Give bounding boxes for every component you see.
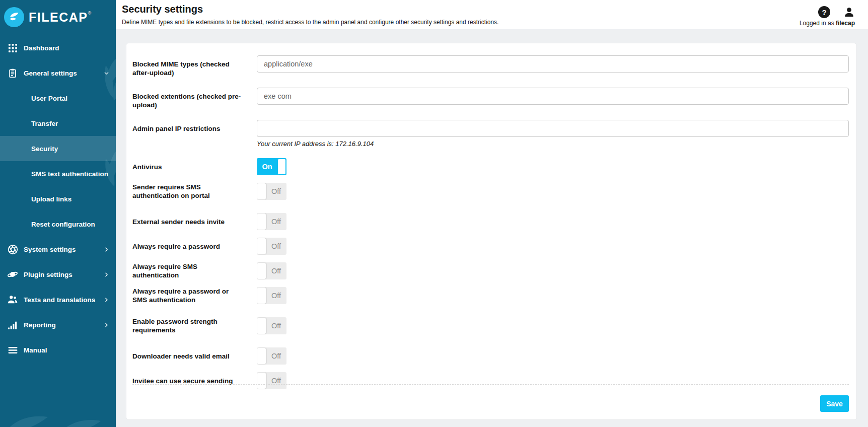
brand-wordmark: FILECAP®	[29, 11, 91, 24]
admin-ip-restrictions-label: Admin panel IP restrictions	[132, 120, 257, 133]
external-sender-needs-invite-label: External sender needs invite	[132, 218, 257, 226]
menu-icon	[7, 345, 19, 355]
sender-requires-sms-on-portal-toggle[interactable]: Off	[257, 183, 286, 200]
username: filecap	[836, 20, 855, 27]
toggle-state-label: Off	[266, 213, 286, 230]
logo[interactable]: FILECAP®	[0, 0, 116, 29]
password-strength-requirements-toggle[interactable]: Off	[257, 317, 286, 334]
logged-in-text: Logged in as filecap	[800, 20, 855, 27]
clipboard-icon	[7, 68, 19, 78]
sidebar-item-general-settings[interactable]: General settings	[0, 60, 116, 86]
toggle-knob	[257, 288, 266, 304]
header-user-area: ? Logged in as filecap	[800, 6, 855, 27]
toggle-state-label: Off	[266, 262, 286, 279]
blocked-extensions-input[interactable]	[257, 88, 849, 105]
always-require-password-or-sms-toggle[interactable]: Off	[257, 287, 286, 304]
chevron-right-icon	[103, 271, 110, 278]
blocked-mime-types-label: Blocked MIME types (checked after-upload…	[132, 55, 257, 77]
toggle-knob	[277, 159, 286, 175]
always-require-password-label: Always require a password	[132, 242, 257, 251]
form-row-always-require-sms: Always require SMS authenticationOff	[132, 262, 849, 279]
sidebar-item-label: Security	[31, 145, 58, 153]
antivirus-label: Antivirus	[132, 163, 257, 171]
sidebar-item-security[interactable]: Security	[0, 136, 116, 161]
antivirus-control: On	[257, 158, 849, 175]
downloader-needs-valid-email-toggle[interactable]: Off	[257, 347, 286, 365]
foliage-decoration	[0, 392, 116, 427]
users-icon	[7, 294, 19, 305]
sidebar-item-transfer[interactable]: Transfer	[0, 111, 116, 136]
always-require-sms-label: Always require SMS authentication	[132, 262, 257, 279]
sidebar-item-label: User Portal	[31, 95, 67, 102]
sidebar-item-texts-and-translations[interactable]: Texts and translations	[0, 287, 116, 312]
sidebar-item-dashboard[interactable]: Dashboard	[0, 35, 116, 60]
downloader-needs-valid-email-label: Downloader needs valid email	[132, 352, 257, 361]
sidebar: FILECAP® DashboardGeneral settingsUser P…	[0, 0, 116, 427]
admin-ip-restrictions-control: Your current IP address is: 172.16.9.104	[257, 120, 849, 148]
admin-ip-restrictions-hint: Your current IP address is: 172.16.9.104	[257, 140, 849, 148]
sidebar-item-system-settings[interactable]: System settings	[0, 237, 116, 262]
sidebar-item-plugin-settings[interactable]: Plugin settings	[0, 262, 116, 287]
sidebar-item-reporting[interactable]: Reporting	[0, 312, 116, 337]
sidebar-item-label: SMS text authentication	[31, 170, 108, 178]
page-subtitle: Define MIME types and file extensions to…	[122, 19, 868, 26]
toggle-state-label: Off	[266, 347, 286, 365]
toggle-state-label: Off	[266, 183, 286, 200]
toggle-knob	[257, 348, 266, 364]
sidebar-item-label: Manual	[24, 346, 110, 354]
admin-ip-restrictions-input[interactable]	[257, 120, 849, 137]
password-strength-requirements-control: Off	[257, 317, 849, 334]
always-require-sms-toggle[interactable]: Off	[257, 262, 286, 279]
sidebar-item-label: General settings	[24, 69, 103, 77]
invitee-can-use-secure-sending-label: Invitee can use secure sending	[132, 377, 257, 385]
sidebar-item-label: Transfer	[31, 120, 58, 127]
card-footer: Save	[132, 384, 849, 419]
chevron-down-icon	[103, 70, 110, 77]
toggle-knob	[257, 214, 266, 230]
form-row-always-require-password: Always require a passwordOff	[132, 238, 849, 255]
blocked-mime-types-input[interactable]	[257, 55, 849, 73]
always-require-password-toggle[interactable]: Off	[257, 238, 286, 255]
sidebar-item-label: Texts and translations	[24, 296, 103, 304]
form-row-password-strength-requirements: Enable password strength requirementsOff	[132, 317, 849, 334]
settings-form: Blocked MIME types (checked after-upload…	[132, 55, 849, 389]
sidebar-nav: DashboardGeneral settingsUser PortalTran…	[0, 35, 116, 363]
sidebar-item-reset-configuration[interactable]: Reset configuration	[0, 211, 116, 237]
sender-requires-sms-on-portal-label: Sender requires SMS authentication on po…	[132, 183, 257, 200]
sidebar-item-sms-text-authentication[interactable]: SMS text authentication	[0, 161, 116, 186]
sidebar-item-label: Upload links	[31, 195, 71, 203]
page-header: Security settings Define MIME types and …	[116, 0, 868, 29]
downloader-needs-valid-email-control: Off	[257, 347, 849, 365]
user-icon[interactable]	[843, 7, 855, 18]
form-row-blocked-extensions: Blocked extentions (checked pre-upload)	[132, 88, 849, 109]
toggle-state-label: Off	[266, 287, 286, 304]
grid-icon	[7, 43, 19, 53]
form-row-admin-ip-restrictions: Admin panel IP restrictionsYour current …	[132, 120, 849, 148]
sidebar-item-label: Plugin settings	[24, 271, 103, 278]
form-row-always-require-password-or-sms: Always require a password or SMS authent…	[132, 287, 849, 304]
external-sender-needs-invite-control: Off	[257, 213, 849, 230]
bar-chart-icon	[7, 320, 19, 330]
sidebar-item-upload-links[interactable]: Upload links	[0, 186, 116, 211]
sidebar-item-user-portal[interactable]: User Portal	[0, 86, 116, 111]
main-area: Security settings Define MIME types and …	[116, 0, 868, 427]
app-root: FILECAP® DashboardGeneral settingsUser P…	[0, 0, 868, 427]
toggle-knob	[257, 238, 266, 254]
antivirus-toggle[interactable]: On	[257, 158, 286, 175]
form-row-antivirus: AntivirusOn	[132, 158, 849, 175]
toggle-knob	[257, 263, 266, 279]
save-button[interactable]: Save	[820, 395, 849, 412]
sidebar-item-label: Dashboard	[24, 44, 110, 52]
page-title: Security settings	[122, 0, 868, 15]
toggle-state-label: On	[257, 158, 277, 175]
help-icon[interactable]: ?	[818, 6, 830, 18]
settings-card: Blocked MIME types (checked after-upload…	[126, 43, 857, 420]
always-require-password-or-sms-control: Off	[257, 287, 849, 304]
form-row-blocked-mime-types: Blocked MIME types (checked after-upload…	[132, 55, 849, 77]
external-sender-needs-invite-toggle[interactable]: Off	[257, 213, 286, 230]
sidebar-item-manual[interactable]: Manual	[0, 337, 116, 363]
password-strength-requirements-label: Enable password strength requirements	[132, 317, 257, 334]
toggle-knob	[257, 318, 266, 334]
aperture-icon	[7, 244, 19, 255]
sidebar-item-label: System settings	[24, 246, 103, 253]
